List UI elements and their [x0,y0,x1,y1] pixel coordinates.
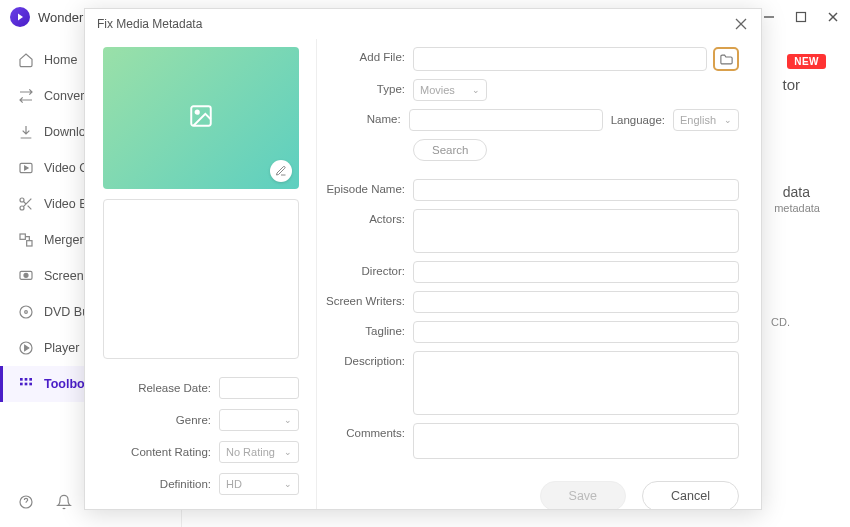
svg-rect-17 [20,383,23,386]
fix-metadata-modal: Fix Media Metadata Release Date: Genre: … [84,8,762,510]
chevron-down-icon: ⌄ [724,115,732,125]
app-logo-icon [10,7,30,27]
save-button[interactable]: Save [540,481,627,509]
svg-point-10 [24,273,28,277]
episode-input[interactable] [413,179,739,201]
bg-title: tor [782,76,800,93]
type-label: Type: [317,79,413,95]
description-input[interactable] [413,351,739,415]
language-label: Language: [611,114,665,126]
browse-file-button[interactable] [713,47,739,71]
converter-icon [18,88,34,104]
svg-point-11 [20,306,32,318]
cancel-button[interactable]: Cancel [642,481,739,509]
toolbox-icon [18,376,34,392]
comments-input[interactable] [413,423,739,459]
writers-label: Screen Writers: [317,291,413,307]
search-results-list[interactable] [103,199,299,360]
actors-label: Actors: [317,209,413,225]
comments-label: Comments: [317,423,413,439]
chevron-down-icon: ⌄ [284,447,292,457]
image-placeholder-icon [188,103,214,132]
sidebar-item-label: Home [44,53,77,67]
chevron-down-icon: ⌄ [472,85,480,95]
modal-title: Fix Media Metadata [97,17,202,31]
writers-input[interactable] [413,291,739,313]
chevron-down-icon: ⌄ [284,415,292,425]
new-badge: NEW [787,54,826,69]
genre-label: Genre: [103,414,219,426]
svg-rect-8 [27,241,32,246]
language-select[interactable]: English⌄ [673,109,739,131]
help-icon[interactable] [18,494,34,513]
add-file-label: Add File: [317,47,413,63]
compressor-icon [18,160,34,176]
sidebar-item-label: Player [44,341,79,355]
svg-point-6 [20,206,24,210]
edit-cover-button[interactable] [270,160,292,182]
sidebar-item-label: Merger [44,233,84,247]
disc-icon [18,304,34,320]
bg-sub1: data [783,184,810,200]
play-icon [18,340,34,356]
merger-icon [18,232,34,248]
svg-rect-7 [20,234,25,239]
svg-rect-15 [25,378,28,381]
recorder-icon [18,268,34,284]
app-name: Wonder [38,10,83,25]
download-icon [18,124,34,140]
window-close-button[interactable] [826,10,840,24]
svg-rect-14 [20,378,23,381]
director-input[interactable] [413,261,739,283]
search-button[interactable]: Search [413,139,487,161]
modal-close-button[interactable] [733,16,749,32]
release-date-input[interactable] [219,377,299,399]
bell-icon[interactable] [56,494,72,513]
scissors-icon [18,196,34,212]
svg-point-27 [196,111,199,114]
definition-label: Definition: [103,478,219,490]
bg-sub2: metadata [774,202,820,214]
content-rating-label: Content Rating: [103,446,219,458]
svg-point-5 [20,198,24,202]
genre-select[interactable]: ⌄ [219,409,299,431]
tagline-label: Tagline: [317,321,413,337]
name-label: Name: [317,109,409,125]
type-select[interactable]: Movies⌄ [413,79,487,101]
svg-rect-19 [29,383,32,386]
window-minimize-button[interactable] [762,10,776,24]
release-date-label: Release Date: [103,382,219,394]
svg-rect-18 [25,383,28,386]
content-rating-select[interactable]: No Rating⌄ [219,441,299,463]
definition-select[interactable]: HD⌄ [219,473,299,495]
svg-point-12 [25,311,28,314]
home-icon [18,52,34,68]
svg-rect-16 [29,378,32,381]
window-maximize-button[interactable] [794,10,808,24]
name-input[interactable] [409,109,603,131]
director-label: Director: [317,261,413,277]
svg-rect-1 [797,13,806,22]
cover-thumbnail [103,47,299,189]
bg-text: CD. [771,316,790,328]
episode-label: Episode Name: [317,179,413,195]
tagline-input[interactable] [413,321,739,343]
add-file-field[interactable] [413,47,707,71]
chevron-down-icon: ⌄ [284,479,292,489]
actors-input[interactable] [413,209,739,253]
description-label: Description: [317,351,413,367]
